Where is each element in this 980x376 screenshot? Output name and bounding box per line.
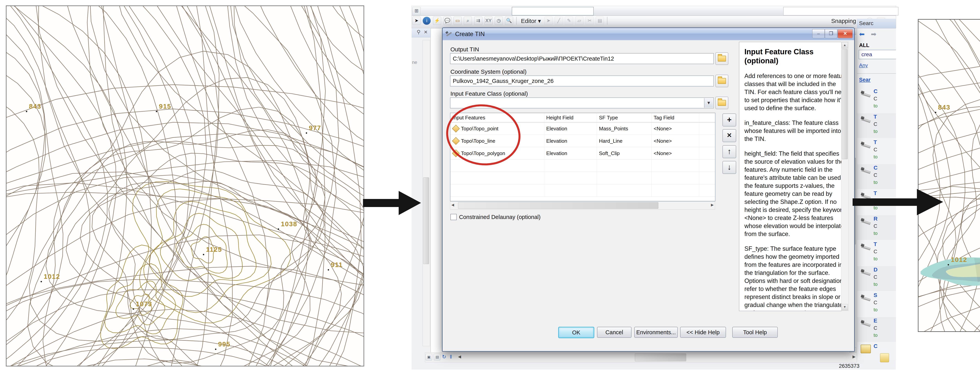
search-result-item[interactable]: ECto (857, 317, 896, 342)
search-result-item[interactable]: TCto (857, 139, 896, 164)
dialog-titlebar[interactable]: Create TIN – ❐ ✕ (442, 28, 854, 40)
table-row[interactable] (450, 184, 715, 197)
x-icon: ✕ (727, 132, 732, 139)
edit-arrow-icon[interactable]: ➤ (544, 17, 552, 25)
scroll-left-icon[interactable]: ◀ (458, 354, 461, 359)
coordinate-system-input[interactable]: Pulkovo_1942_Gauss_Kruger_zone_26 (450, 75, 714, 86)
hammer-tool-icon (861, 142, 871, 150)
pin-icon[interactable]: ⚲ (417, 29, 420, 35)
search-forward-arrow-icon[interactable]: ➡ (871, 30, 877, 38)
pause-draw-icon[interactable]: ‖ (450, 354, 452, 360)
table-cell (450, 184, 544, 196)
viewer-window-icon[interactable]: 🔍 (505, 17, 513, 25)
remove-row-button[interactable]: ✕ (722, 129, 736, 142)
tin-surface-drawing (918, 20, 980, 331)
table-horizontal-scrollbar[interactable]: ◀ ▶ (450, 201, 715, 210)
move-down-button[interactable]: ↓ (722, 161, 736, 174)
scroll-up-icon[interactable]: ▲ (842, 42, 848, 48)
table-header-cell: Tag Field (652, 113, 699, 122)
identify-info-icon[interactable]: i (423, 17, 431, 25)
minimize-button[interactable]: – (812, 29, 825, 38)
browse-coordsys-button[interactable] (715, 75, 728, 87)
edit-polygon-icon[interactable]: ▱ (575, 17, 584, 25)
search-any-link[interactable]: Any (859, 62, 868, 69)
scroll-down-icon[interactable]: ▼ (842, 304, 848, 310)
help-scrollbar[interactable]: ▲ ▼ (841, 42, 849, 311)
contour-lines-drawing (6, 6, 364, 366)
close-panel-icon[interactable]: ✕ (424, 29, 428, 35)
data-view-icon[interactable]: ▣ (425, 354, 432, 360)
tool-help-button[interactable]: Tool Help (732, 327, 778, 338)
search-result-item[interactable]: TCto (857, 113, 896, 138)
table-cell: Soft_Clip (597, 147, 652, 159)
html-popup-icon[interactable]: 💬 (443, 17, 452, 25)
hide-help-button[interactable]: << Hide Help (680, 327, 726, 338)
search-result-item[interactable]: CCto (857, 164, 896, 189)
search-result-item[interactable]: RCto (857, 215, 896, 240)
result-path: to (873, 282, 878, 287)
contour-elevation-label: 1012 (951, 256, 967, 263)
search-scope-all-tab[interactable]: ALL (859, 42, 869, 48)
scroll-right-icon[interactable]: ▶ (711, 203, 714, 207)
map-horizontal-scrollbar[interactable]: ▣ ▤ ↻ ‖ ◀ ▶ (425, 352, 857, 362)
environments-button[interactable]: Environments... (634, 327, 678, 338)
browse-input-fc-button[interactable] (715, 97, 728, 109)
result-snippet: C (873, 274, 877, 280)
table-row[interactable] (450, 172, 715, 184)
edit-vertex-icon[interactable]: ✎ (565, 17, 573, 25)
search-results-link[interactable]: Sear (859, 77, 871, 83)
close-button[interactable]: ✕ (838, 29, 853, 38)
toc-vertical-scrollbar[interactable] (423, 40, 430, 346)
find-route-icon[interactable]: ⇉ (474, 17, 482, 25)
hammer-tool-icon (861, 218, 871, 226)
table-cell: Elevation (544, 135, 597, 147)
measure-ruler-icon[interactable]: ▭ (453, 17, 462, 25)
contour-elevation-label: 911 (331, 261, 343, 269)
output-tin-input[interactable]: C:\Users\anesmeyanova\Desktop\Рыжий\ПРОЕ… (450, 53, 714, 64)
ok-button[interactable]: OK (558, 327, 594, 338)
search-result-item[interactable]: CCto (857, 88, 896, 113)
maximize-button[interactable]: ❐ (825, 29, 837, 38)
edit-attributes-icon[interactable]: ▤ (596, 17, 604, 25)
move-up-button[interactable]: ↑ (722, 145, 736, 158)
find-binoculars-icon[interactable]: ⌕ (464, 17, 472, 25)
select-cursor-icon[interactable]: ➤ (412, 17, 421, 25)
toc-text-fragment: ne (412, 60, 417, 65)
search-back-arrow-icon[interactable]: ⬅ (859, 30, 865, 38)
refresh-icon[interactable]: ↻ (442, 354, 446, 360)
add-row-button[interactable]: + (722, 113, 736, 126)
result-snippet: C (873, 172, 877, 178)
grid-icon[interactable]: ⊞ (412, 7, 421, 15)
scale-combobox[interactable] (512, 7, 594, 16)
table-cell: <None> (652, 147, 699, 159)
hammer-tool-icon (861, 167, 871, 175)
result-snippet: C (873, 325, 877, 331)
table-cell: Hard_Line (597, 135, 652, 147)
result-title: C (873, 88, 878, 94)
go-to-xy-icon[interactable]: XY (484, 17, 493, 25)
cancel-button[interactable]: Cancel (597, 327, 632, 338)
search-result-item[interactable]: SCto (857, 292, 896, 316)
layout-view-icon[interactable]: ▤ (434, 354, 441, 360)
search-result-item[interactable]: C (857, 343, 896, 360)
search-input[interactable]: crea (859, 50, 896, 59)
edit-sketch-icon[interactable]: ╱ (555, 17, 563, 25)
editor-menu[interactable]: Editor ▾ (521, 18, 541, 24)
browse-output-button[interactable] (715, 53, 728, 65)
time-slider-icon[interactable]: ◷ (495, 17, 503, 25)
search-box-top[interactable] (783, 7, 899, 16)
scroll-right-icon[interactable]: ▶ (853, 354, 856, 359)
result-path: to (873, 154, 878, 159)
result-path: to (873, 231, 878, 236)
scroll-left-icon[interactable]: ◀ (452, 203, 454, 207)
snapping-menu[interactable]: Snapping ▾ (831, 18, 861, 24)
edit-split-icon[interactable]: ✂ (585, 17, 594, 25)
catalog-tab-icon[interactable] (880, 353, 889, 362)
constrained-delaunay-checkbox[interactable] (450, 214, 457, 220)
table-cell: <None> (652, 123, 699, 135)
chevron-down-icon[interactable]: ▼ (704, 98, 713, 108)
dialog-title-text: Create TIN (455, 30, 485, 38)
search-result-item[interactable]: DCto (857, 266, 896, 291)
search-result-item[interactable]: TCto (857, 241, 896, 265)
hyperlink-lightning-icon[interactable]: ⚡ (433, 17, 441, 25)
